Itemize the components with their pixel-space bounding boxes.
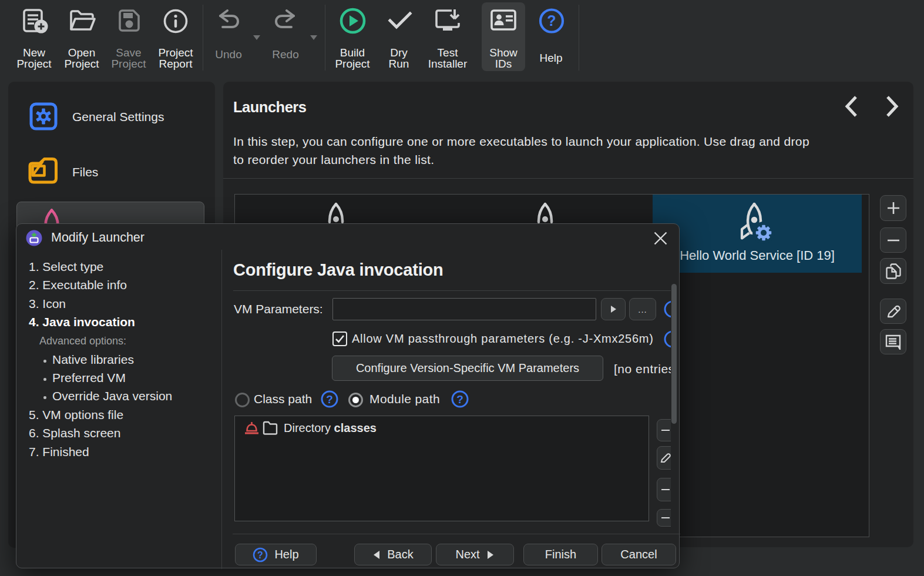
svg-text:?: ? (326, 393, 333, 406)
svg-text:?: ? (547, 12, 556, 29)
svg-text:?: ? (258, 550, 264, 560)
svg-text:?: ? (456, 393, 463, 406)
